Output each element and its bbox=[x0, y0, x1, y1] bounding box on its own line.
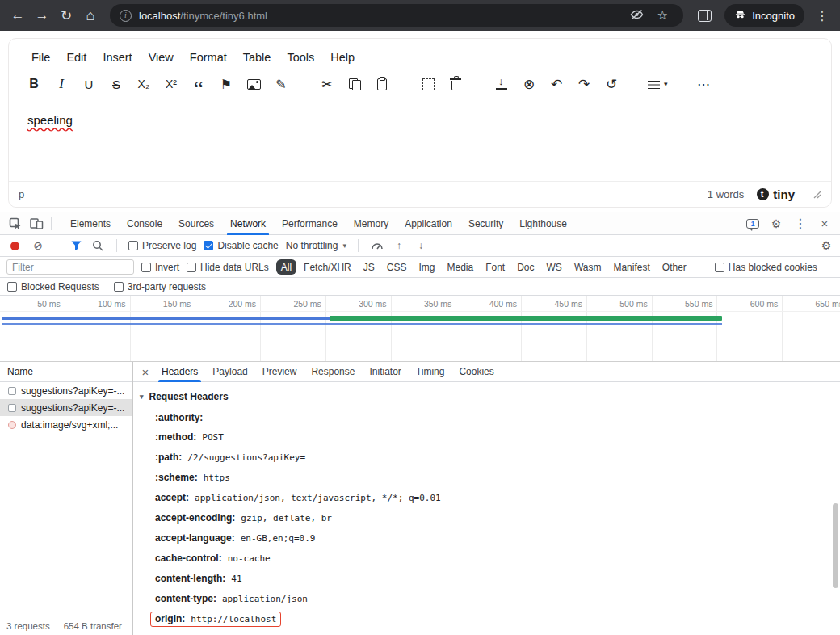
download-icon[interactable] bbox=[492, 74, 511, 94]
editor-content[interactable]: speeling bbox=[9, 101, 831, 139]
bold-icon[interactable]: B bbox=[24, 74, 44, 94]
name-column-header[interactable]: Name bbox=[0, 362, 132, 382]
request-row[interactable]: suggestions?apiKey=-... bbox=[0, 382, 132, 399]
issues-icon[interactable]: 1 bbox=[746, 219, 759, 229]
menu-item[interactable]: View bbox=[141, 48, 182, 67]
filter-type-pill[interactable]: Doc bbox=[512, 259, 539, 275]
redo-icon[interactable]: ↷ bbox=[574, 74, 594, 94]
home-icon[interactable] bbox=[79, 4, 102, 27]
paste-icon[interactable] bbox=[372, 74, 392, 94]
filter-type-pill[interactable]: Fetch/XHR bbox=[299, 259, 356, 275]
details-tab[interactable]: Preview bbox=[255, 362, 304, 382]
strikethrough-icon[interactable]: S bbox=[107, 74, 126, 94]
filter-type-pill[interactable]: Img bbox=[414, 259, 439, 275]
restore-draft-icon[interactable]: ↺ bbox=[602, 74, 621, 94]
request-row[interactable]: data:image/svg+xml;... bbox=[0, 416, 132, 433]
preserve-log-checkbox[interactable]: Preserve log bbox=[128, 240, 196, 251]
element-path[interactable]: p bbox=[19, 188, 24, 200]
devtools-tab[interactable]: Elements bbox=[62, 212, 119, 235]
filter-type-pill[interactable]: Media bbox=[442, 259, 478, 275]
back-icon[interactable] bbox=[6, 4, 29, 27]
details-tab[interactable]: Headers bbox=[154, 362, 205, 382]
devtools-close-icon[interactable] bbox=[817, 217, 832, 230]
third-party-requests-checkbox[interactable]: 3rd-party requests bbox=[114, 281, 206, 292]
underline-icon[interactable]: U bbox=[79, 74, 99, 94]
filter-type-pill[interactable]: Font bbox=[481, 259, 510, 275]
bookmark-star-icon[interactable] bbox=[651, 4, 674, 27]
tiny-logo[interactable]: tiny bbox=[757, 187, 795, 201]
network-settings-icon[interactable] bbox=[819, 239, 834, 252]
blocked-requests-checkbox[interactable]: Blocked Requests bbox=[7, 281, 99, 292]
menu-item[interactable]: Table bbox=[235, 48, 279, 67]
menu-item[interactable]: Edit bbox=[58, 48, 94, 67]
more-icon[interactable]: ⋯ bbox=[695, 74, 714, 94]
details-tab[interactable]: Payload bbox=[205, 362, 254, 382]
has-blocked-cookies-checkbox[interactable]: Has blocked cookies bbox=[715, 262, 817, 273]
hide-data-urls-checkbox[interactable]: Hide data URLs bbox=[187, 262, 269, 273]
word-count[interactable]: 1 words bbox=[708, 188, 745, 200]
filter-type-pill[interactable]: Manifest bbox=[608, 259, 654, 275]
invert-checkbox[interactable]: Invert bbox=[141, 262, 179, 273]
details-scrollbar[interactable] bbox=[832, 382, 839, 635]
italic-icon[interactable]: I bbox=[52, 74, 71, 94]
checkbox-checked[interactable] bbox=[204, 241, 213, 250]
blockquote-icon[interactable]: “ bbox=[189, 74, 208, 94]
clear-icon[interactable] bbox=[31, 239, 45, 252]
checkbox[interactable] bbox=[141, 263, 151, 272]
filter-toggle-icon[interactable] bbox=[69, 241, 83, 250]
devtools-tab[interactable]: Security bbox=[460, 212, 511, 235]
menu-item[interactable]: File bbox=[23, 48, 58, 67]
devtools-tab[interactable]: Application bbox=[397, 212, 460, 235]
resize-handle-icon[interactable] bbox=[813, 190, 821, 199]
details-tab[interactable]: Cookies bbox=[452, 362, 501, 382]
select-all-icon[interactable] bbox=[418, 74, 438, 94]
record-icon[interactable] bbox=[10, 242, 19, 250]
cut-icon[interactable]: ✂ bbox=[317, 74, 337, 94]
page-info-icon[interactable]: i bbox=[120, 10, 132, 22]
devtools-tab[interactable]: Sources bbox=[170, 212, 222, 235]
request-headers-section[interactable]: Request Headers bbox=[140, 391, 825, 402]
inspect-element-icon[interactable] bbox=[5, 213, 26, 234]
export-har-icon[interactable] bbox=[414, 240, 428, 251]
network-overview[interactable]: 50 ms100 ms150 ms200 ms250 ms300 ms350 m… bbox=[0, 296, 840, 362]
settings-gear-icon[interactable] bbox=[769, 217, 783, 230]
network-conditions-icon[interactable] bbox=[370, 241, 384, 250]
filter-type-pill[interactable]: CSS bbox=[382, 259, 412, 275]
filter-type-pill[interactable]: JS bbox=[359, 259, 380, 275]
menu-item[interactable]: Help bbox=[322, 48, 363, 67]
checkbox[interactable] bbox=[7, 282, 17, 292]
menu-item[interactable]: Tools bbox=[279, 48, 322, 67]
forward-icon[interactable] bbox=[31, 4, 53, 27]
reload-icon[interactable] bbox=[55, 4, 78, 27]
checkbox[interactable] bbox=[715, 263, 724, 272]
filter-type-pill[interactable]: Wasm bbox=[569, 259, 607, 275]
misspelled-word[interactable]: speeling bbox=[27, 113, 73, 127]
superscript-icon[interactable]: X² bbox=[162, 74, 181, 94]
devtools-tab[interactable]: Console bbox=[119, 212, 170, 235]
devtools-tab[interactable]: Network bbox=[222, 212, 274, 235]
filter-input[interactable] bbox=[6, 259, 134, 275]
details-tab[interactable]: Timing bbox=[409, 362, 452, 382]
devtools-tab[interactable]: Memory bbox=[346, 212, 397, 235]
import-har-icon[interactable] bbox=[392, 240, 406, 251]
format-painter-icon[interactable]: ⚑ bbox=[216, 74, 236, 94]
device-toolbar-icon[interactable] bbox=[26, 213, 47, 234]
address-bar[interactable]: i localhost/tinymce/tiny6.html bbox=[110, 4, 683, 27]
throttling-select[interactable]: No throttling bbox=[286, 240, 346, 251]
copy-icon[interactable] bbox=[345, 74, 364, 94]
scrollbar-thumb[interactable] bbox=[833, 503, 838, 588]
subscript-icon[interactable]: X₂ bbox=[134, 74, 153, 94]
cancel-icon[interactable]: ⊗ bbox=[519, 74, 539, 94]
details-tab[interactable]: Initiator bbox=[362, 362, 408, 382]
align-icon[interactable] bbox=[648, 74, 668, 94]
disable-cache-checkbox[interactable]: Disable cache bbox=[204, 240, 278, 251]
menu-item[interactable]: Insert bbox=[94, 48, 140, 67]
checkbox[interactable] bbox=[128, 241, 138, 250]
devtools-tab[interactable]: Performance bbox=[274, 212, 346, 235]
details-tab[interactable]: Response bbox=[304, 362, 362, 382]
checkbox[interactable] bbox=[187, 263, 196, 272]
devtools-menu-icon[interactable] bbox=[793, 216, 808, 231]
filter-type-pill[interactable]: WS bbox=[542, 259, 567, 275]
close-details-icon[interactable] bbox=[136, 365, 154, 379]
eye-off-icon[interactable] bbox=[630, 9, 644, 23]
